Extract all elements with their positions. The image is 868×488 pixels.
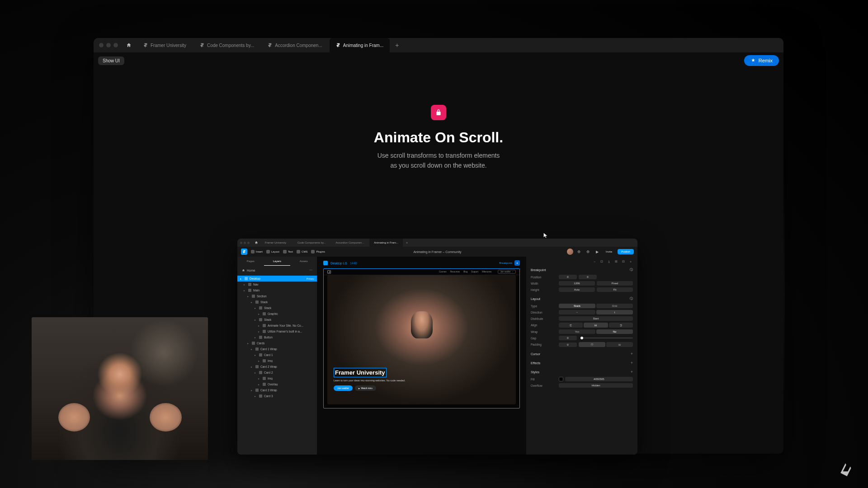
mock-cta-secondary[interactable]: ▶Watch intro bbox=[355, 385, 376, 391]
zoom-in[interactable]: + bbox=[628, 259, 633, 264]
fill-swatch[interactable] bbox=[559, 377, 563, 381]
settings2-icon[interactable]: ⚙ bbox=[585, 249, 591, 255]
breakpoint-add-button[interactable]: + bbox=[514, 260, 520, 266]
dropdown-icon[interactable]: ⋯ bbox=[309, 268, 312, 272]
layer-row[interactable]: ▸Stack bbox=[237, 305, 317, 311]
add-button[interactable]: + bbox=[631, 370, 633, 374]
breakpoint-badge[interactable]: Breakpoint bbox=[499, 262, 512, 264]
dot[interactable] bbox=[247, 242, 250, 244]
text-button[interactable]: Text bbox=[283, 250, 293, 253]
align-center-seg[interactable]: ⊟ bbox=[584, 323, 608, 328]
layer-row[interactable]: ▸Main bbox=[237, 287, 317, 293]
canvas-area[interactable]: Desktop LG 1440 Breakpoint + CoursesReso… bbox=[317, 257, 526, 455]
info-icon[interactable]: ⓘ bbox=[630, 267, 633, 272]
mock-title[interactable]: Framer University bbox=[334, 368, 387, 377]
settings-icon[interactable]: ⚙ bbox=[576, 249, 582, 255]
layer-row[interactable]: ▸Utilize Framer's built in a... bbox=[237, 328, 317, 334]
avatar[interactable] bbox=[567, 249, 573, 255]
play-icon[interactable]: ▶ bbox=[594, 249, 600, 255]
overflow-select[interactable]: Hidden bbox=[559, 383, 633, 388]
layer-row[interactable]: ▸Stack bbox=[237, 317, 317, 323]
wrap-no-seg[interactable]: No bbox=[596, 329, 633, 334]
wrap-yes-seg[interactable]: Yes bbox=[559, 329, 595, 334]
layer-row[interactable]: ▸Nav bbox=[237, 282, 317, 287]
layer-row[interactable]: ▸Img bbox=[237, 375, 317, 381]
plugins-button[interactable]: Plugins bbox=[311, 250, 325, 253]
gap-input[interactable]: 0 bbox=[559, 336, 577, 340]
layer-row[interactable]: ▸Card 2 bbox=[237, 370, 317, 375]
invite-button[interactable]: Invite bbox=[603, 249, 615, 254]
layer-row[interactable]: ▸Card 1 bbox=[237, 352, 317, 358]
inner-add-tab[interactable]: + bbox=[404, 241, 410, 245]
fill-input[interactable]: #050505 bbox=[565, 377, 633, 381]
type-grid-seg[interactable]: Grid bbox=[596, 304, 633, 308]
zoom-opt[interactable]: ⊟ bbox=[621, 259, 626, 264]
dot[interactable] bbox=[244, 242, 246, 244]
layer-row[interactable]: ▸Button bbox=[237, 334, 317, 340]
inner-tab[interactable]: Framer University bbox=[260, 239, 292, 247]
insert-button[interactable]: Insert bbox=[251, 250, 263, 253]
direction-v-seg[interactable]: ↕ bbox=[596, 310, 633, 314]
zoom-100[interactable]: 1 bbox=[607, 259, 611, 264]
cms-button[interactable]: CMS bbox=[297, 250, 307, 253]
height-input[interactable]: Auto bbox=[559, 287, 595, 292]
minimize-dot[interactable] bbox=[106, 43, 111, 47]
inner-tab[interactable]: Code Components by... bbox=[293, 239, 330, 247]
framer-logo[interactable] bbox=[241, 249, 247, 255]
width-input[interactable]: 1206 bbox=[559, 281, 595, 286]
add-button[interactable]: + bbox=[631, 352, 633, 356]
layer-row[interactable]: ▸Card 2 Wrap bbox=[237, 364, 317, 370]
home-row[interactable]: Home ⋯ bbox=[237, 266, 317, 275]
width-mode[interactable]: Fixed bbox=[597, 281, 633, 286]
dot[interactable] bbox=[240, 242, 242, 244]
layer-row[interactable]: ▸Animate Your Site. No Co... bbox=[237, 323, 317, 328]
add-tab-button[interactable]: + bbox=[391, 38, 403, 52]
zoom-fit[interactable]: ⊡ bbox=[599, 259, 604, 264]
padding-input[interactable]: 0 bbox=[559, 343, 577, 347]
inner-tab[interactable]: Accordion Componen... bbox=[331, 239, 369, 247]
type-stack-seg[interactable]: Stack bbox=[559, 304, 595, 308]
padding-uniform-seg[interactable]: □ bbox=[579, 342, 605, 347]
tab-animating[interactable]: Animating in Fram... bbox=[330, 38, 390, 52]
show-ui-button[interactable]: Show UI bbox=[98, 56, 124, 65]
remix-button[interactable]: Remix bbox=[744, 55, 779, 66]
layer-row[interactable]: ▸Card 3 bbox=[237, 393, 317, 399]
close-dot[interactable] bbox=[99, 43, 104, 47]
tab-framer-university[interactable]: Framer University bbox=[137, 38, 193, 52]
panel-tab-assets[interactable]: Assets bbox=[290, 257, 317, 266]
zoom-opt[interactable]: ⊞ bbox=[614, 259, 618, 264]
add-button[interactable]: + bbox=[631, 361, 633, 365]
padding-individual-seg[interactable]: ⊞ bbox=[606, 342, 633, 347]
publish-button[interactable]: Publish bbox=[618, 249, 634, 254]
layer-row[interactable]: ▸Section bbox=[237, 293, 317, 299]
layer-row[interactable]: ▸Graphic bbox=[237, 311, 317, 317]
zoom-out[interactable]: − bbox=[592, 259, 597, 264]
info-icon[interactable]: ⓘ bbox=[630, 296, 633, 301]
tab-code-components[interactable]: Code Components by... bbox=[193, 38, 260, 52]
breakpoint-name[interactable]: Desktop LG bbox=[330, 262, 347, 265]
panel-tab-layers[interactable]: Layers bbox=[264, 257, 291, 266]
position-x-input[interactable]: 0 bbox=[559, 275, 577, 279]
home-button[interactable] bbox=[123, 40, 134, 51]
align-left-seg[interactable]: ⊏ bbox=[559, 323, 583, 328]
canvas-frame[interactable]: CoursesResourcesBlogSupportMilestones Jo… bbox=[323, 268, 520, 408]
layout-button[interactable]: Layout bbox=[266, 250, 279, 253]
gap-slider[interactable] bbox=[580, 338, 633, 338]
layer-row[interactable]: ▸DesktopPrimary bbox=[237, 276, 317, 282]
layer-row[interactable]: ▸Cards bbox=[237, 340, 317, 346]
layer-row[interactable]: ▸Overlay bbox=[237, 381, 317, 387]
panel-tab-pages[interactable]: Pages bbox=[237, 257, 264, 266]
mock-cta-primary[interactable]: Join waitlist bbox=[334, 385, 353, 391]
layer-row[interactable]: ▸Stack bbox=[237, 299, 317, 305]
layer-row[interactable]: ▸Card 3 Wrap bbox=[237, 387, 317, 393]
align-right-seg[interactable]: ⊐ bbox=[609, 323, 633, 328]
distribute-select[interactable]: Start bbox=[559, 316, 633, 321]
zoom-dot[interactable] bbox=[113, 43, 118, 47]
inner-home-button[interactable] bbox=[253, 241, 259, 244]
layer-row[interactable]: ▸Img bbox=[237, 358, 317, 364]
layer-row[interactable]: ▸Card 1 Wrap bbox=[237, 346, 317, 352]
height-mode[interactable]: Fit bbox=[597, 287, 633, 292]
position-y-input[interactable]: 0 bbox=[579, 275, 597, 279]
inner-tab[interactable]: Animating in Fram... bbox=[369, 239, 403, 247]
tab-accordion[interactable]: Accordion Componen... bbox=[261, 38, 329, 52]
